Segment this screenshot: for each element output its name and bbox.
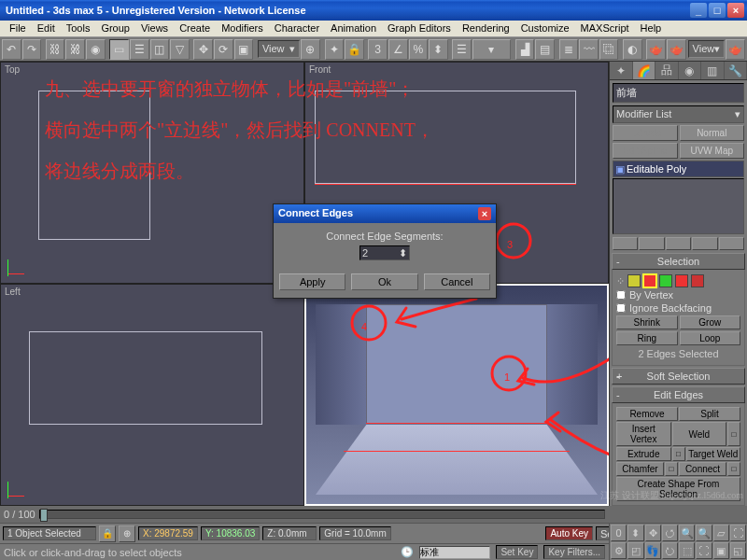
- spinner-snap-button[interactable]: ⬍: [429, 39, 448, 60]
- lock-selection-button[interactable]: 🔒: [99, 525, 116, 542]
- refcoord-dropdown[interactable]: View▾: [258, 40, 300, 58]
- weld-settings-button[interactable]: □: [727, 422, 740, 446]
- rollout-softsel[interactable]: +Soft Selection: [612, 368, 745, 385]
- keyfilters-button[interactable]: Key Filters...: [543, 545, 605, 559]
- abs-transform-button[interactable]: ⊕: [119, 525, 135, 542]
- uvwmap-preset-button[interactable]: UVW Map: [680, 143, 745, 159]
- nav-min-button[interactable]: ◰: [627, 542, 643, 559]
- remove-button[interactable]: Remove: [616, 407, 678, 421]
- ring-button[interactable]: Ring: [616, 331, 678, 345]
- modifier-stack-list[interactable]: [613, 178, 744, 234]
- nav-orbit-button[interactable]: ⭮: [662, 542, 678, 559]
- window-close-button[interactable]: ×: [727, 3, 744, 18]
- menu-customize[interactable]: Customize: [515, 21, 575, 36]
- extrude-preset-button[interactable]: Extrude: [613, 125, 678, 141]
- viewport-perspective[interactable]: [304, 284, 609, 506]
- nav-fov-button[interactable]: ▱: [713, 525, 729, 541]
- weld-button[interactable]: Weld: [672, 422, 727, 446]
- connect-button[interactable]: Connect: [679, 462, 726, 476]
- menu-grapheditors[interactable]: Graph Editors: [382, 21, 457, 36]
- nav-zoomextall-button[interactable]: ⛶: [696, 542, 712, 559]
- menu-tools[interactable]: Tools: [61, 21, 96, 36]
- nav-zoomregion-button[interactable]: ⬚: [679, 542, 695, 559]
- center-button[interactable]: ⊕: [301, 39, 320, 60]
- time-settings-button[interactable]: ⚙: [611, 542, 627, 559]
- undo-button[interactable]: ↶: [2, 39, 21, 60]
- editspline-preset-button[interactable]: Edit Spline: [613, 143, 678, 159]
- apply-button[interactable]: Apply: [279, 273, 345, 290]
- rollout-editedges[interactable]: Edit Edges: [612, 386, 745, 403]
- dialog-close-button[interactable]: ×: [478, 207, 491, 220]
- angle-snap-button[interactable]: ∠: [388, 39, 408, 60]
- subobj-vertex-icon[interactable]: [627, 274, 641, 287]
- select-button[interactable]: ▭: [109, 39, 129, 60]
- grow-button[interactable]: Grow: [680, 315, 741, 329]
- lock-button[interactable]: 🔒: [345, 39, 364, 60]
- manip-button[interactable]: ✦: [325, 39, 345, 60]
- insertvertex-button[interactable]: Insert Vertex: [616, 422, 671, 446]
- tab-modify[interactable]: 🌈: [633, 62, 656, 79]
- ok-button[interactable]: Ok: [351, 273, 417, 290]
- menu-character[interactable]: Character: [269, 21, 325, 36]
- stack-pin-button[interactable]: [613, 237, 638, 250]
- time-spinner-button[interactable]: ⬍: [627, 525, 643, 541]
- modifier-list-dropdown[interactable]: Modifier List▾: [613, 105, 744, 123]
- tab-utilities[interactable]: 🔧: [725, 62, 748, 79]
- time-tag-input[interactable]: [419, 546, 490, 559]
- rotate-button[interactable]: ⟳: [214, 39, 233, 60]
- connect-settings-button[interactable]: □: [727, 462, 740, 476]
- nav-max-button[interactable]: ▣: [713, 542, 729, 559]
- render-view-drop[interactable]: View▾: [688, 40, 726, 58]
- window-maximize-button[interactable]: □: [709, 3, 726, 18]
- shrink-button[interactable]: Shrink: [616, 315, 678, 329]
- nav-zoom-button[interactable]: 🔍: [679, 525, 695, 541]
- tab-hierarchy[interactable]: 品: [655, 62, 679, 79]
- targetweld-button[interactable]: Target Weld: [686, 447, 741, 461]
- menu-create[interactable]: Create: [174, 21, 216, 36]
- nav-maxtoggle-button[interactable]: ◱: [730, 542, 746, 559]
- select-region-button[interactable]: ◫: [150, 39, 170, 60]
- select-name-button[interactable]: ☰: [130, 39, 149, 60]
- rollout-selection[interactable]: Selection: [612, 253, 745, 270]
- spinner-arrows-icon[interactable]: ⬍: [399, 247, 407, 259]
- extrude-settings-button[interactable]: □: [672, 447, 685, 461]
- viewport-top[interactable]: Top: [0, 62, 304, 284]
- stack-remove-button[interactable]: [692, 237, 717, 250]
- tab-display[interactable]: ▥: [701, 62, 725, 79]
- menu-views[interactable]: Views: [135, 21, 174, 36]
- time-config-button[interactable]: 0: [611, 525, 627, 541]
- bind-button[interactable]: ◉: [86, 39, 106, 60]
- normal-preset-button[interactable]: Normal: [680, 125, 745, 141]
- autokey-button[interactable]: Auto Key: [545, 526, 593, 540]
- scale-button[interactable]: ▣: [234, 39, 254, 60]
- menu-animation[interactable]: Animation: [325, 21, 382, 36]
- byvertex-checkbox[interactable]: [616, 290, 626, 300]
- menu-file[interactable]: File: [4, 21, 32, 36]
- nav-pan-button[interactable]: ✥: [645, 525, 661, 541]
- link-button[interactable]: ⛓: [46, 39, 65, 60]
- unlink-button[interactable]: ⛓̸: [65, 39, 85, 60]
- object-name-field[interactable]: 前墙: [613, 83, 744, 103]
- menu-maxscript[interactable]: MAXScript: [575, 21, 635, 36]
- align-button[interactable]: ▤: [535, 39, 555, 60]
- loop-button[interactable]: Loop: [680, 331, 741, 345]
- chamfer-settings-button[interactable]: □: [665, 462, 678, 476]
- material-button[interactable]: ◐: [623, 39, 642, 60]
- menu-edit[interactable]: Edit: [32, 21, 61, 36]
- schematic-button[interactable]: ⿻: [599, 39, 619, 60]
- subobj-polygon-icon[interactable]: [675, 274, 688, 287]
- window-minimize-button[interactable]: _: [690, 3, 707, 18]
- move-button[interactable]: ✥: [193, 39, 213, 60]
- nav-walk-button[interactable]: 👣: [645, 542, 661, 559]
- subobj-edge-icon[interactable]: [643, 274, 656, 287]
- nav-zoomext-button[interactable]: ⛶: [730, 525, 746, 541]
- time-track[interactable]: [39, 510, 605, 519]
- subobj-element-icon[interactable]: [691, 274, 704, 287]
- snap3d-button[interactable]: 3: [368, 39, 388, 60]
- modifier-stack-item[interactable]: Editable Poly: [613, 161, 744, 177]
- stack-unique-button[interactable]: [666, 237, 691, 250]
- curve-editor-button[interactable]: 〰: [579, 39, 599, 60]
- subobj-border-icon[interactable]: [659, 274, 672, 287]
- render-scene-button[interactable]: 🫖: [646, 39, 666, 60]
- tab-create[interactable]: ✦: [610, 62, 633, 79]
